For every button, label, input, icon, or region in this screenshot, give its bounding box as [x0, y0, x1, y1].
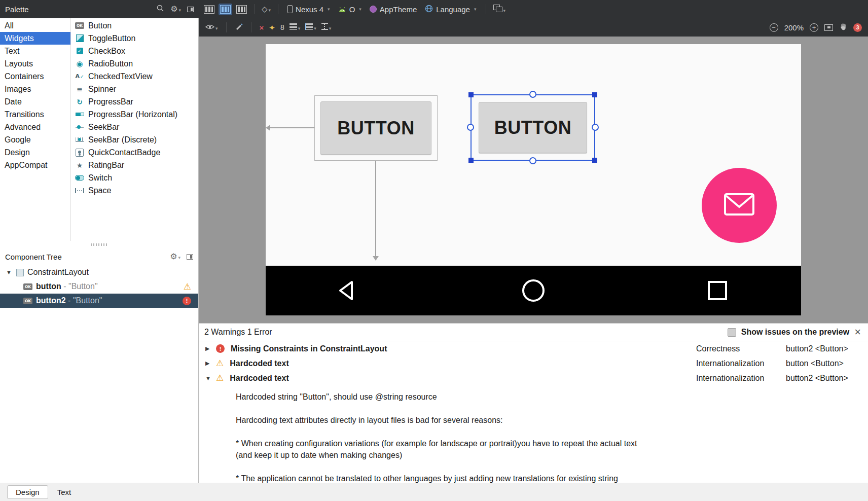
orientation-button[interactable] — [262, 5, 271, 14]
search-icon[interactable] — [156, 4, 164, 14]
constraint-line-vertical — [375, 161, 376, 256]
nav-recents-icon[interactable] — [708, 281, 727, 300]
panel-splitter[interactable] — [0, 241, 199, 248]
palette-category-design[interactable]: Design — [0, 146, 70, 159]
issue-category: Internationalization — [696, 374, 786, 383]
api-version-selector[interactable]: O — [336, 5, 364, 14]
palette-widget-togglebutton[interactable]: ToggleButton — [71, 32, 198, 45]
pan-hand-icon[interactable] — [839, 22, 847, 32]
zoom-in-button[interactable]: + — [810, 23, 818, 32]
palette-widget-checkedtextview[interactable]: CheckedTextView — [71, 70, 198, 83]
resize-handle-top-right[interactable] — [592, 92, 597, 97]
palette-widget-seekbar[interactable]: SeekBar — [71, 121, 198, 133]
tree-row-button[interactable]: button - "Button" — [0, 279, 198, 294]
pack-button[interactable] — [290, 23, 301, 32]
button-widget[interactable]: BUTTON — [314, 95, 438, 161]
palette-settings-button[interactable] — [170, 5, 181, 14]
resize-handle-bottom-right[interactable] — [592, 158, 597, 163]
floating-action-button[interactable] — [702, 168, 777, 243]
constraint-anchor-top[interactable] — [529, 91, 536, 98]
palette-category-date[interactable]: Date — [0, 95, 70, 108]
design-blueprint-view-button[interactable] — [219, 4, 232, 15]
issue-row-missing-constraints[interactable]: Missing Constraints in ConstraintLayout … — [199, 341, 868, 356]
infer-constraints-icon[interactable] — [269, 24, 275, 31]
close-icon[interactable] — [854, 327, 861, 338]
palette-category-layouts[interactable]: Layouts — [0, 57, 70, 70]
palette-category-google[interactable]: Google — [0, 133, 70, 146]
hide-panel-icon[interactable] — [187, 254, 193, 260]
expand-icon[interactable] — [205, 345, 212, 352]
toolbar-separator — [226, 22, 227, 32]
render-issues-badge[interactable]: 3 — [853, 23, 862, 32]
language-selector[interactable]: Language — [423, 5, 478, 14]
blueprint-view-icon[interactable] — [236, 5, 247, 14]
hide-panel-icon[interactable] — [187, 7, 194, 12]
palette-category-widgets[interactable]: Widgets — [0, 32, 70, 45]
component-tree: ConstraintLayout button - "Button" butto… — [0, 265, 199, 483]
device-label: Nexus 4 — [296, 5, 323, 14]
tree-row-constraintlayout[interactable]: ConstraintLayout — [0, 265, 198, 279]
palette-widget-checkbox[interactable]: CheckBox — [71, 45, 198, 57]
design-view-icon[interactable] — [204, 5, 214, 14]
tree-row-button2[interactable]: button2 - "Button" — [0, 294, 198, 308]
autoconnect-button[interactable] — [235, 22, 243, 32]
palette-widget-seekbar-discrete[interactable]: SeekBar (Discrete) — [71, 133, 198, 146]
nav-back-icon[interactable] — [336, 279, 356, 304]
gear-icon — [170, 5, 177, 13]
resize-handle-bottom-left[interactable] — [468, 158, 474, 163]
resize-handle-top-left[interactable] — [468, 92, 474, 97]
tree-settings-button[interactable] — [170, 252, 180, 261]
palette-widget-radiobutton[interactable]: RadioButton — [71, 57, 198, 70]
tab-text[interactable]: Text — [49, 485, 80, 499]
palette-category-appcompat[interactable]: AppCompat — [0, 159, 70, 171]
palette-category-images[interactable]: Images — [0, 83, 70, 95]
palette-widget-quickcontactbadge[interactable]: QuickContactBadge — [71, 146, 198, 159]
warning-icon — [216, 359, 224, 368]
nav-home-icon[interactable] — [522, 279, 545, 302]
issue-detail-line: Hardcoded string "Button", should use @s… — [236, 391, 858, 403]
chevron-down-icon — [329, 26, 332, 31]
collapse-icon[interactable] — [205, 375, 212, 381]
palette-category-all[interactable]: All — [0, 19, 70, 32]
show-issues-checkbox[interactable] — [728, 328, 736, 337]
constraint-line-horizontal — [270, 127, 314, 128]
tree-item-value: - "Button" — [66, 296, 102, 305]
palette-widget-space[interactable]: Space — [71, 184, 198, 197]
palette-category-advanced[interactable]: Advanced — [0, 121, 70, 133]
tab-design[interactable]: Design — [7, 485, 48, 499]
default-margin-value[interactable]: 8 — [280, 23, 284, 31]
theme-selector[interactable]: AppTheme — [368, 5, 419, 14]
zoom-to-fit-icon[interactable] — [824, 24, 833, 31]
design-surface-toolbar: 8 − 200% + 3 — [199, 18, 868, 37]
design-surface[interactable]: BUTTON BUTTON — [199, 37, 868, 323]
palette-widget-ratingbar[interactable]: RatingBar — [71, 159, 198, 171]
issue-row-hardcoded-text-1[interactable]: Hardcoded text Internationalization butt… — [199, 356, 868, 371]
guidelines-button[interactable] — [321, 23, 332, 32]
view-options-button[interactable] — [205, 23, 218, 32]
palette-widget-progressbar-horizontal[interactable]: ProgressBar (Horizontal) — [71, 108, 198, 121]
expand-icon[interactable] — [205, 360, 212, 367]
layout-variants-button[interactable] — [493, 5, 506, 14]
button2-widget-selected[interactable]: BUTTON — [471, 94, 595, 161]
constraint-anchor-bottom[interactable] — [529, 157, 536, 164]
palette-category-containers[interactable]: Containers — [0, 70, 70, 83]
collapse-icon[interactable] — [6, 269, 13, 275]
toolbar-separator — [486, 4, 486, 14]
palette-category-transitions[interactable]: Transitions — [0, 108, 70, 121]
device-selector[interactable]: Nexus 4 — [285, 5, 332, 14]
layout-canvas[interactable]: BUTTON BUTTON — [266, 44, 801, 266]
checkbox-widget-icon — [75, 47, 84, 56]
palette-widget-switch[interactable]: Switch — [71, 171, 198, 184]
button-widget-icon — [75, 22, 84, 29]
clear-constraints-icon[interactable] — [260, 24, 264, 31]
palette-widget-spinner[interactable]: Spinner — [71, 83, 198, 95]
palette-widget-button[interactable]: Button — [71, 19, 198, 32]
tree-root-label: ConstraintLayout — [27, 268, 89, 277]
issue-row-hardcoded-text-2[interactable]: Hardcoded text Internationalization butt… — [199, 371, 868, 385]
constraint-anchor-left[interactable] — [467, 124, 474, 131]
constraint-anchor-right[interactable] — [592, 124, 599, 131]
palette-category-text[interactable]: Text — [0, 45, 70, 57]
zoom-out-button[interactable]: − — [770, 23, 778, 32]
palette-widget-progressbar[interactable]: ProgressBar — [71, 95, 198, 108]
align-button[interactable] — [305, 23, 316, 32]
